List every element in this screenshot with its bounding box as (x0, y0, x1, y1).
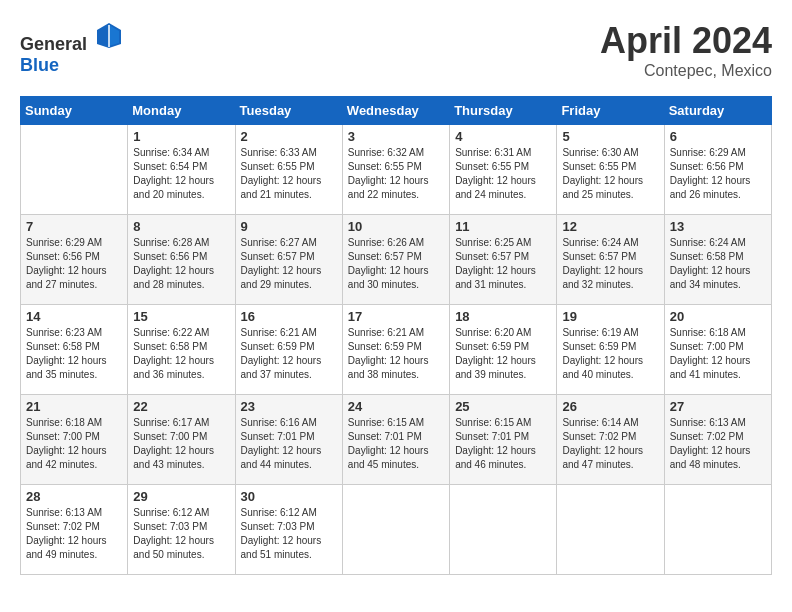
calendar-week-row: 14Sunrise: 6:23 AM Sunset: 6:58 PM Dayli… (21, 305, 772, 395)
calendar-body: 1Sunrise: 6:34 AM Sunset: 6:54 PM Daylig… (21, 125, 772, 575)
day-number: 21 (26, 399, 122, 414)
calendar-cell: 23Sunrise: 6:16 AM Sunset: 7:01 PM Dayli… (235, 395, 342, 485)
logo: General Blue (20, 20, 124, 76)
day-number: 23 (241, 399, 337, 414)
day-number: 7 (26, 219, 122, 234)
day-number: 8 (133, 219, 229, 234)
day-info: Sunrise: 6:22 AM Sunset: 6:58 PM Dayligh… (133, 326, 229, 382)
day-number: 1 (133, 129, 229, 144)
day-info: Sunrise: 6:13 AM Sunset: 7:02 PM Dayligh… (670, 416, 766, 472)
calendar-cell: 26Sunrise: 6:14 AM Sunset: 7:02 PM Dayli… (557, 395, 664, 485)
day-info: Sunrise: 6:18 AM Sunset: 7:00 PM Dayligh… (26, 416, 122, 472)
calendar-cell: 19Sunrise: 6:19 AM Sunset: 6:59 PM Dayli… (557, 305, 664, 395)
day-number: 19 (562, 309, 658, 324)
day-info: Sunrise: 6:34 AM Sunset: 6:54 PM Dayligh… (133, 146, 229, 202)
calendar-table: SundayMondayTuesdayWednesdayThursdayFrid… (20, 96, 772, 575)
calendar-cell: 27Sunrise: 6:13 AM Sunset: 7:02 PM Dayli… (664, 395, 771, 485)
day-info: Sunrise: 6:32 AM Sunset: 6:55 PM Dayligh… (348, 146, 444, 202)
day-info: Sunrise: 6:31 AM Sunset: 6:55 PM Dayligh… (455, 146, 551, 202)
logo-general: General (20, 34, 87, 54)
calendar-cell (21, 125, 128, 215)
day-info: Sunrise: 6:12 AM Sunset: 7:03 PM Dayligh… (133, 506, 229, 562)
day-number: 30 (241, 489, 337, 504)
day-number: 13 (670, 219, 766, 234)
day-number: 29 (133, 489, 229, 504)
location-title: Contepec, Mexico (600, 62, 772, 80)
calendar-cell: 1Sunrise: 6:34 AM Sunset: 6:54 PM Daylig… (128, 125, 235, 215)
weekday-header-cell: Friday (557, 97, 664, 125)
day-number: 22 (133, 399, 229, 414)
day-number: 15 (133, 309, 229, 324)
calendar-cell: 22Sunrise: 6:17 AM Sunset: 7:00 PM Dayli… (128, 395, 235, 485)
calendar-cell: 9Sunrise: 6:27 AM Sunset: 6:57 PM Daylig… (235, 215, 342, 305)
calendar-week-row: 1Sunrise: 6:34 AM Sunset: 6:54 PM Daylig… (21, 125, 772, 215)
calendar-cell: 25Sunrise: 6:15 AM Sunset: 7:01 PM Dayli… (450, 395, 557, 485)
calendar-cell: 12Sunrise: 6:24 AM Sunset: 6:57 PM Dayli… (557, 215, 664, 305)
day-info: Sunrise: 6:20 AM Sunset: 6:59 PM Dayligh… (455, 326, 551, 382)
weekday-header-cell: Saturday (664, 97, 771, 125)
day-info: Sunrise: 6:24 AM Sunset: 6:57 PM Dayligh… (562, 236, 658, 292)
weekday-header-cell: Tuesday (235, 97, 342, 125)
calendar-cell (342, 485, 449, 575)
day-number: 10 (348, 219, 444, 234)
calendar-cell: 11Sunrise: 6:25 AM Sunset: 6:57 PM Dayli… (450, 215, 557, 305)
calendar-cell: 6Sunrise: 6:29 AM Sunset: 6:56 PM Daylig… (664, 125, 771, 215)
day-info: Sunrise: 6:19 AM Sunset: 6:59 PM Dayligh… (562, 326, 658, 382)
day-info: Sunrise: 6:29 AM Sunset: 6:56 PM Dayligh… (26, 236, 122, 292)
calendar-cell: 17Sunrise: 6:21 AM Sunset: 6:59 PM Dayli… (342, 305, 449, 395)
calendar-cell: 4Sunrise: 6:31 AM Sunset: 6:55 PM Daylig… (450, 125, 557, 215)
day-number: 3 (348, 129, 444, 144)
day-number: 2 (241, 129, 337, 144)
calendar-week-row: 7Sunrise: 6:29 AM Sunset: 6:56 PM Daylig… (21, 215, 772, 305)
day-number: 11 (455, 219, 551, 234)
calendar-cell: 18Sunrise: 6:20 AM Sunset: 6:59 PM Dayli… (450, 305, 557, 395)
day-info: Sunrise: 6:21 AM Sunset: 6:59 PM Dayligh… (241, 326, 337, 382)
day-number: 28 (26, 489, 122, 504)
logo-blue: Blue (20, 55, 59, 75)
day-info: Sunrise: 6:15 AM Sunset: 7:01 PM Dayligh… (348, 416, 444, 472)
day-info: Sunrise: 6:33 AM Sunset: 6:55 PM Dayligh… (241, 146, 337, 202)
calendar-cell: 20Sunrise: 6:18 AM Sunset: 7:00 PM Dayli… (664, 305, 771, 395)
day-info: Sunrise: 6:12 AM Sunset: 7:03 PM Dayligh… (241, 506, 337, 562)
day-number: 17 (348, 309, 444, 324)
day-number: 26 (562, 399, 658, 414)
day-info: Sunrise: 6:21 AM Sunset: 6:59 PM Dayligh… (348, 326, 444, 382)
day-info: Sunrise: 6:28 AM Sunset: 6:56 PM Dayligh… (133, 236, 229, 292)
day-number: 4 (455, 129, 551, 144)
day-info: Sunrise: 6:30 AM Sunset: 6:55 PM Dayligh… (562, 146, 658, 202)
calendar-cell (557, 485, 664, 575)
logo-icon (94, 20, 124, 50)
day-number: 9 (241, 219, 337, 234)
weekday-header-cell: Sunday (21, 97, 128, 125)
day-number: 24 (348, 399, 444, 414)
calendar-cell: 13Sunrise: 6:24 AM Sunset: 6:58 PM Dayli… (664, 215, 771, 305)
calendar-cell: 8Sunrise: 6:28 AM Sunset: 6:56 PM Daylig… (128, 215, 235, 305)
calendar-cell: 28Sunrise: 6:13 AM Sunset: 7:02 PM Dayli… (21, 485, 128, 575)
day-info: Sunrise: 6:23 AM Sunset: 6:58 PM Dayligh… (26, 326, 122, 382)
weekday-header-cell: Wednesday (342, 97, 449, 125)
calendar-cell: 14Sunrise: 6:23 AM Sunset: 6:58 PM Dayli… (21, 305, 128, 395)
day-info: Sunrise: 6:14 AM Sunset: 7:02 PM Dayligh… (562, 416, 658, 472)
page-header: General Blue April 2024 Contepec, Mexico (20, 20, 772, 80)
calendar-cell: 3Sunrise: 6:32 AM Sunset: 6:55 PM Daylig… (342, 125, 449, 215)
calendar-cell: 21Sunrise: 6:18 AM Sunset: 7:00 PM Dayli… (21, 395, 128, 485)
day-info: Sunrise: 6:16 AM Sunset: 7:01 PM Dayligh… (241, 416, 337, 472)
month-title: April 2024 (600, 20, 772, 62)
calendar-week-row: 28Sunrise: 6:13 AM Sunset: 7:02 PM Dayli… (21, 485, 772, 575)
day-info: Sunrise: 6:24 AM Sunset: 6:58 PM Dayligh… (670, 236, 766, 292)
day-number: 16 (241, 309, 337, 324)
day-info: Sunrise: 6:17 AM Sunset: 7:00 PM Dayligh… (133, 416, 229, 472)
calendar-cell: 10Sunrise: 6:26 AM Sunset: 6:57 PM Dayli… (342, 215, 449, 305)
calendar-week-row: 21Sunrise: 6:18 AM Sunset: 7:00 PM Dayli… (21, 395, 772, 485)
day-info: Sunrise: 6:27 AM Sunset: 6:57 PM Dayligh… (241, 236, 337, 292)
day-number: 5 (562, 129, 658, 144)
day-number: 6 (670, 129, 766, 144)
calendar-cell (450, 485, 557, 575)
day-info: Sunrise: 6:15 AM Sunset: 7:01 PM Dayligh… (455, 416, 551, 472)
day-info: Sunrise: 6:18 AM Sunset: 7:00 PM Dayligh… (670, 326, 766, 382)
day-number: 18 (455, 309, 551, 324)
calendar-cell: 2Sunrise: 6:33 AM Sunset: 6:55 PM Daylig… (235, 125, 342, 215)
day-number: 14 (26, 309, 122, 324)
day-info: Sunrise: 6:13 AM Sunset: 7:02 PM Dayligh… (26, 506, 122, 562)
calendar-cell: 7Sunrise: 6:29 AM Sunset: 6:56 PM Daylig… (21, 215, 128, 305)
